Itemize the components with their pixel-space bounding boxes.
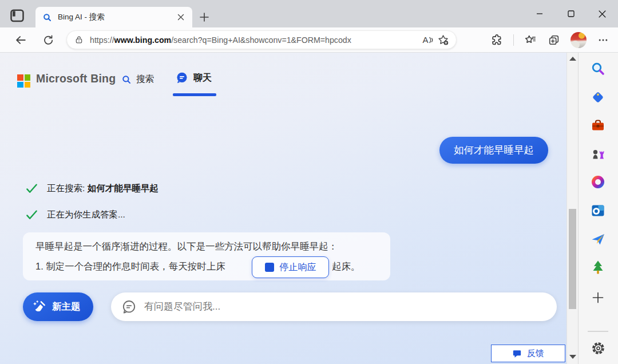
checkmark-icon: [25, 182, 38, 195]
url-path: /search?q=Bing+AI&showconv=1&FORM=hpcodx: [171, 35, 351, 45]
sidebar-search-icon[interactable]: [589, 60, 607, 77]
url-scheme: https://: [90, 35, 114, 45]
url-host: www.bing.com: [114, 35, 172, 45]
brand-title: Microsoft Bing: [36, 72, 116, 85]
new-topic-button[interactable]: 新主题: [23, 292, 93, 321]
tab-chat[interactable]: 聊天: [176, 72, 212, 84]
new-tab-button[interactable]: [198, 11, 211, 23]
tab-actions-menu-icon[interactable]: [9, 7, 25, 23]
microsoft-bing-logo-icon[interactable]: [17, 74, 30, 88]
sidebar-tree-icon[interactable]: [589, 259, 607, 276]
sidebar-microsoft-365-icon[interactable]: [589, 173, 607, 191]
tab-search-label: 搜索: [136, 73, 154, 85]
back-button[interactable]: [14, 33, 27, 47]
sidebar-shopping-icon[interactable]: [589, 89, 607, 106]
status-searching-text: 正在搜索: 如何才能早睡早起: [47, 183, 159, 195]
read-aloud-icon[interactable]: A: [421, 33, 435, 47]
tab-title: Bing AI - 搜索: [58, 12, 175, 22]
toolbar-divider: [513, 34, 514, 46]
add-favorite-icon[interactable]: [435, 33, 450, 47]
sidebar-divider: [588, 331, 608, 332]
tab-favicon-search-icon: [42, 13, 52, 22]
browser-toolbar: https://www.bing.com/search?q=Bing+AI&sh…: [0, 27, 618, 53]
answer-card: 早睡早起是一个循序渐进的过程。以下是一些方法可以帮助你早睡早起： 1. 制定一个…: [23, 232, 390, 280]
checkmark-icon: [25, 208, 38, 221]
status-generating-text: 正在为你生成答案...: [47, 209, 125, 221]
feedback-label: 反馈: [527, 348, 544, 359]
ask-me-chat-icon: [121, 299, 137, 315]
stop-responding-button[interactable]: 停止响应: [252, 256, 329, 278]
collections-icon[interactable]: [547, 33, 561, 47]
broom-icon: [31, 299, 47, 315]
lock-icon[interactable]: [74, 35, 84, 45]
sidebar-tools-icon[interactable]: [589, 117, 607, 134]
stop-responding-label: 停止响应: [280, 262, 316, 274]
sidebar-games-icon[interactable]: [589, 145, 607, 163]
url-text[interactable]: https://www.bing.com/search?q=Bing+AI&sh…: [90, 35, 421, 45]
profile-avatar[interactable]: [571, 32, 587, 48]
tab-close-icon[interactable]: [175, 11, 187, 23]
tab-chat-label: 聊天: [193, 72, 212, 84]
feedback-button[interactable]: 反馈: [491, 345, 565, 362]
page-content: Microsoft Bing 搜索 聊天 如何才能早睡早起 正在搜索: 如何才能…: [0, 53, 566, 364]
close-window-button[interactable]: [587, 0, 618, 27]
sidebar-settings-gear-icon[interactable]: [589, 339, 607, 357]
feedback-bubble-icon: [512, 349, 522, 358]
sidebar-outlook-icon[interactable]: [589, 202, 607, 219]
sidebar-add-icon[interactable]: [589, 289, 607, 306]
sidebar-drop-icon[interactable]: [589, 231, 607, 248]
status-generating: 正在为你生成答案...: [25, 208, 125, 221]
settings-menu-icon[interactable]: [596, 33, 610, 47]
answer-line-1: 早睡早起是一个循序渐进的过程。以下是一些方法可以帮助你早睡早起：: [35, 238, 390, 255]
window-controls: [524, 0, 618, 27]
scrollbar-down-arrow[interactable]: [569, 355, 576, 359]
answer-line-2-tail: 起床。: [332, 258, 360, 275]
browser-window: Bing AI - 搜索: [0, 0, 618, 364]
new-topic-label: 新主题: [52, 300, 81, 313]
chat-input[interactable]: [144, 301, 546, 312]
edge-sidebar: [578, 53, 618, 364]
maximize-button[interactable]: [555, 0, 587, 27]
scrollbar-up-arrow[interactable]: [569, 57, 576, 61]
minimize-button[interactable]: [524, 0, 555, 27]
user-message-bubble: 如何才能早睡早起: [439, 137, 548, 164]
scrollbar-thumb[interactable]: [569, 209, 576, 309]
toolbar-right-icons: [490, 31, 610, 49]
favorites-hub-icon[interactable]: [524, 33, 537, 47]
refresh-button[interactable]: [41, 33, 55, 47]
address-bar[interactable]: https://www.bing.com/search?q=Bing+AI&sh…: [66, 30, 457, 49]
extensions-icon[interactable]: [490, 33, 504, 47]
chat-bubble-icon: [176, 72, 188, 84]
browser-tab[interactable]: Bing AI - 搜索: [35, 7, 192, 27]
stop-square-icon: [265, 263, 274, 272]
tab-strip: Bing AI - 搜索: [0, 0, 618, 27]
tab-search[interactable]: 搜索: [121, 73, 154, 85]
page-scrollbar[interactable]: [566, 53, 578, 364]
status-searching: 正在搜索: 如何才能早睡早起: [25, 182, 159, 195]
active-tab-underline: [173, 93, 216, 96]
search-icon: [121, 74, 132, 85]
chat-input-container[interactable]: [111, 292, 557, 321]
